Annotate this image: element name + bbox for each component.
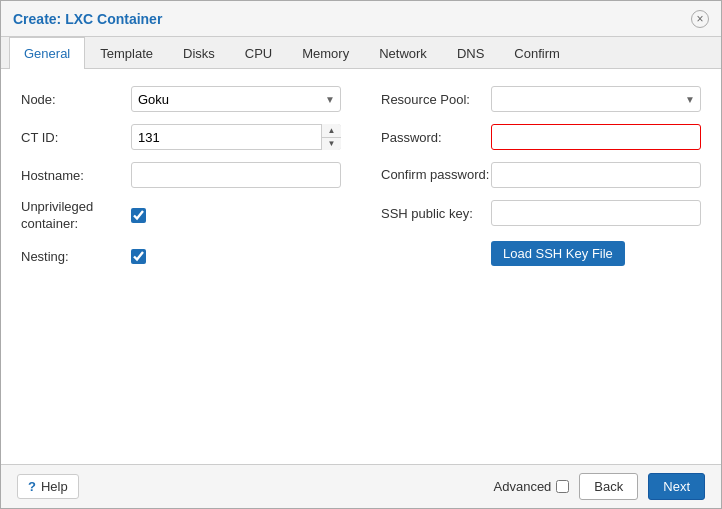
- nesting-checkbox[interactable]: [131, 249, 146, 264]
- tab-general[interactable]: General: [9, 37, 85, 69]
- hostname-control: [131, 162, 341, 188]
- close-button[interactable]: ×: [691, 10, 709, 28]
- ctid-spinner-down[interactable]: ▼: [322, 138, 341, 151]
- footer: ? Help Advanced Back Next: [1, 464, 721, 508]
- advanced-text: Advanced: [494, 479, 552, 494]
- tab-dns[interactable]: DNS: [442, 37, 499, 69]
- resource-pool-select[interactable]: [491, 86, 701, 112]
- help-button[interactable]: ? Help: [17, 474, 79, 499]
- back-button[interactable]: Back: [579, 473, 638, 500]
- tab-memory[interactable]: Memory: [287, 37, 364, 69]
- hostname-row: Hostname:: [21, 161, 341, 189]
- nesting-control: [131, 249, 341, 264]
- advanced-label[interactable]: Advanced: [494, 479, 570, 494]
- password-label: Password:: [381, 130, 491, 145]
- form-left: Node: Goku ▼ CT ID:: [21, 85, 361, 271]
- ctid-label: CT ID:: [21, 130, 131, 145]
- title-bar: Create: LXC Container ×: [1, 1, 721, 37]
- load-ssh-row: Load SSH Key File: [381, 237, 701, 266]
- ctid-spinner-up[interactable]: ▲: [322, 124, 341, 138]
- resource-pool-label: Resource Pool:: [381, 92, 491, 107]
- advanced-checkbox[interactable]: [556, 480, 569, 493]
- node-select-wrapper: Goku ▼: [131, 86, 341, 112]
- node-row: Node: Goku ▼: [21, 85, 341, 113]
- form-right: Resource Pool: ▼ Password:: [361, 85, 701, 271]
- form-content: Node: Goku ▼ CT ID:: [1, 69, 721, 464]
- confirm-password-label: Confirm password:: [381, 167, 491, 184]
- main-window: Create: LXC Container × General Template…: [0, 0, 722, 509]
- ssh-key-input[interactable]: [491, 200, 701, 226]
- next-button[interactable]: Next: [648, 473, 705, 500]
- nesting-row: Nesting:: [21, 243, 341, 271]
- ssh-key-control: [491, 200, 701, 226]
- unprivileged-checkbox[interactable]: [131, 208, 146, 223]
- help-label: Help: [41, 479, 68, 494]
- tab-template[interactable]: Template: [85, 37, 168, 69]
- unprivileged-row: Unprivileged container:: [21, 199, 341, 233]
- tab-disks[interactable]: Disks: [168, 37, 230, 69]
- tab-network[interactable]: Network: [364, 37, 442, 69]
- window-title: Create: LXC Container: [13, 11, 162, 27]
- password-row: Password:: [381, 123, 701, 151]
- node-control: Goku ▼: [131, 86, 341, 112]
- unprivileged-control: [131, 208, 341, 223]
- ctid-row: CT ID: ▲ ▼: [21, 123, 341, 151]
- node-select[interactable]: Goku: [131, 86, 341, 112]
- ssh-key-label: SSH public key:: [381, 206, 491, 221]
- confirm-password-input[interactable]: [491, 162, 701, 188]
- ctid-control: ▲ ▼: [131, 124, 341, 150]
- load-ssh-button[interactable]: Load SSH Key File: [491, 241, 625, 266]
- form-grid: Node: Goku ▼ CT ID:: [21, 85, 701, 271]
- confirm-password-row: Confirm password:: [381, 161, 701, 189]
- ctid-input[interactable]: [131, 124, 341, 150]
- hostname-input[interactable]: [131, 162, 341, 188]
- load-ssh-control: Load SSH Key File: [491, 237, 701, 266]
- tab-cpu[interactable]: CPU: [230, 37, 287, 69]
- password-control: [491, 124, 701, 150]
- hostname-label: Hostname:: [21, 168, 131, 183]
- tab-bar: General Template Disks CPU Memory Networ…: [1, 37, 721, 69]
- resource-pool-select-wrapper: ▼: [491, 86, 701, 112]
- resource-pool-row: Resource Pool: ▼: [381, 85, 701, 113]
- ctid-spinners: ▲ ▼: [321, 124, 341, 150]
- confirm-password-control: [491, 162, 701, 188]
- footer-left: ? Help: [17, 474, 79, 499]
- footer-right: Advanced Back Next: [494, 473, 705, 500]
- ssh-key-row: SSH public key:: [381, 199, 701, 227]
- node-label: Node:: [21, 92, 131, 107]
- nesting-label: Nesting:: [21, 249, 131, 264]
- tab-confirm[interactable]: Confirm: [499, 37, 575, 69]
- unprivileged-label: Unprivileged container:: [21, 199, 131, 233]
- ctid-input-wrapper: ▲ ▼: [131, 124, 341, 150]
- help-icon: ?: [28, 479, 36, 494]
- resource-pool-control: ▼: [491, 86, 701, 112]
- password-input[interactable]: [491, 124, 701, 150]
